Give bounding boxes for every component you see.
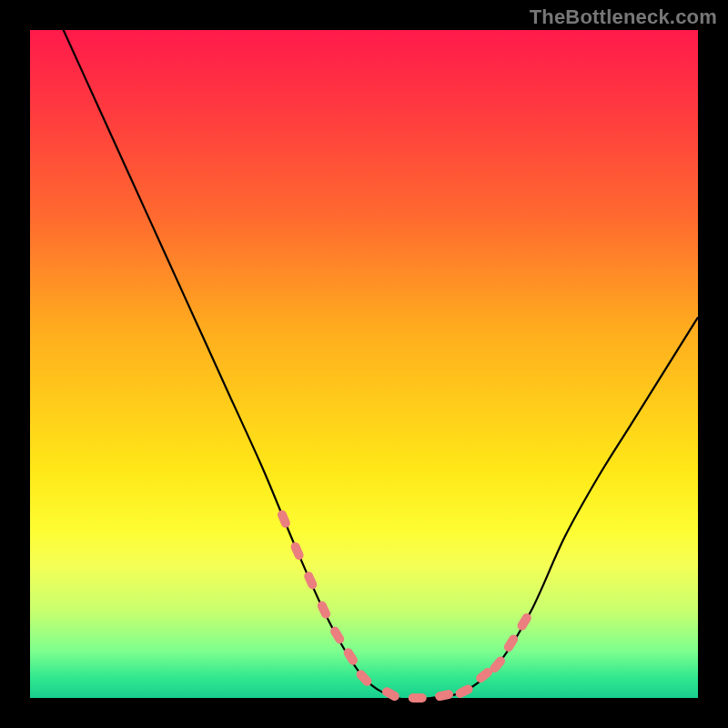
- curve-marker: [380, 685, 400, 702]
- chart-svg: [30, 30, 698, 698]
- plot-area: [30, 30, 698, 698]
- bottleneck-curve: [61, 25, 698, 700]
- curve-marker: [303, 571, 318, 591]
- curve-marker: [276, 509, 291, 529]
- curve-marker: [454, 683, 474, 700]
- chart-frame: TheBottleneck.com: [0, 0, 728, 728]
- curve-marker: [316, 600, 332, 620]
- curve-marker: [434, 689, 454, 702]
- curve-marker: [289, 541, 305, 561]
- marker-group: [276, 509, 532, 703]
- curve-marker: [516, 612, 533, 632]
- curve-marker: [329, 625, 346, 645]
- watermark-text: TheBottleneck.com: [530, 5, 717, 29]
- curve-marker: [409, 693, 427, 703]
